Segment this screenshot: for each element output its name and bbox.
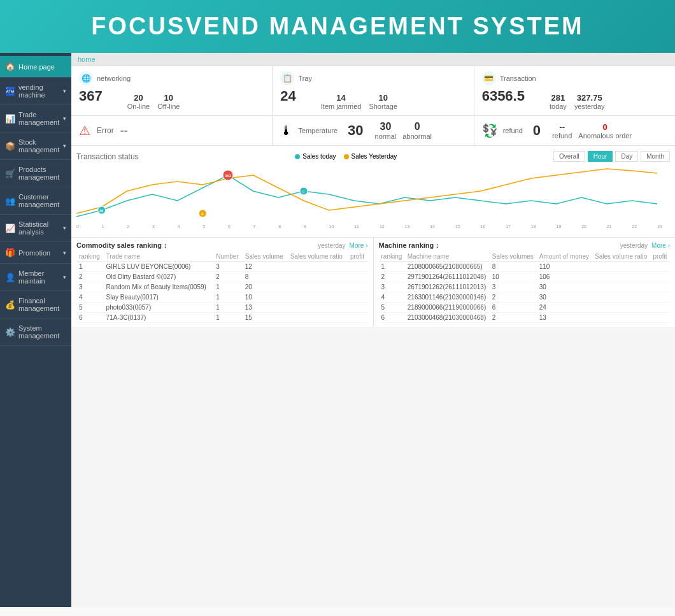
chevron-icon: ▾ xyxy=(63,250,66,256)
refund-sub2-val: 0 xyxy=(578,122,632,132)
svg-text:11: 11 xyxy=(354,224,359,229)
customer-icon: 👥 xyxy=(5,196,15,206)
temp-abnormal-value: 0 xyxy=(402,121,432,133)
col-number: Number xyxy=(213,252,242,262)
tab-day[interactable]: Day xyxy=(615,151,638,162)
sidebar-label-system: System management xyxy=(18,324,66,340)
tray-icon: 📋 xyxy=(280,71,294,85)
statistical-icon: 📈 xyxy=(5,224,15,233)
sidebar-label-member: Member maintain xyxy=(18,269,60,285)
shortage-value: 10 xyxy=(369,93,397,103)
table-row: 1GIRLS LUV BEYONCE(0006)312 xyxy=(76,262,368,272)
networking-numbers: 367 20 On-line 10 Off-line xyxy=(79,88,264,110)
networking-label: networking xyxy=(97,75,131,82)
machine-more[interactable]: More › xyxy=(651,242,670,249)
tray-main: 24 xyxy=(280,88,295,104)
sidebar-item-promotion[interactable]: 🎁 Promotion ▾ xyxy=(0,242,71,264)
sidebar-item-home[interactable]: 🏠 Home page xyxy=(0,56,71,78)
sidebar-item-system[interactable]: ⚙️ System management xyxy=(0,319,71,346)
temp-abnormal-label: abnormal xyxy=(402,133,432,140)
tab-hour[interactable]: Hour xyxy=(588,151,613,162)
sidebar-item-member[interactable]: 👤 Member maintain ▾ xyxy=(0,264,71,291)
networking-subs: 20 On-line 10 Off-line xyxy=(127,93,180,110)
commodity-yesterday: yesterday xyxy=(318,242,345,249)
today-value: 281 xyxy=(550,93,567,103)
col-profit: profit xyxy=(348,252,368,262)
transaction-numbers: 6356.5 281 today 327.75 yesterday xyxy=(482,88,667,110)
breadcrumb: home xyxy=(71,53,675,66)
refund-sub2-label: Anomalous order xyxy=(578,132,632,140)
stat-sub-offline: 10 Off-line xyxy=(157,93,180,110)
col-sales-volume: Sales volume xyxy=(243,252,288,262)
vending-icon: 🏧 xyxy=(5,87,15,96)
stock-icon: 📦 xyxy=(5,141,15,151)
col-ratio: Sales volume ratio xyxy=(592,252,650,262)
sidebar-label-products: Products management xyxy=(18,166,66,181)
today-label: today xyxy=(550,103,567,110)
table-row: 4Slay Beauty(0017)110 xyxy=(76,292,368,303)
refund-subs: -- refund 0 Anomalous order xyxy=(552,122,632,140)
sidebar-item-statistical[interactable]: 📈 Statistical analysis ▾ xyxy=(0,215,71,242)
table-row: 671A-3C(0137)115 xyxy=(76,313,368,323)
sidebar-item-financial[interactable]: 💰 Financal management xyxy=(0,291,71,319)
table-row: 12108000665(2108000665)8110 xyxy=(379,262,671,272)
member-icon: 👤 xyxy=(5,273,15,282)
stat-header-tray: 📋 Tray xyxy=(280,71,465,85)
chevron-icon: ▾ xyxy=(63,88,66,94)
sidebar-item-customer[interactable]: 👥 Customer management xyxy=(0,187,71,215)
chevron-icon: ▾ xyxy=(63,225,66,231)
chart-legend: Sales today Sales Yesterday xyxy=(295,153,397,160)
svg-text:16: 16 xyxy=(481,224,486,229)
tab-month[interactable]: Month xyxy=(641,151,670,162)
stat-header-transaction: 💳 Transaction xyxy=(482,71,667,85)
temp-main: 30 xyxy=(348,122,363,139)
table-row: 2Old Dirty Bastard ©(027)28 xyxy=(76,272,368,282)
sidebar-item-products[interactable]: 🛒 Products management xyxy=(0,160,71,187)
dashboard: home 🌐 networking 367 20 On-line xyxy=(71,53,675,607)
sidebar-item-vending[interactable]: 🏧 vending machine ▾ xyxy=(0,78,71,105)
app-header: FOCUSVEND MANAGEMENT SYSTEM xyxy=(0,0,675,53)
col-ranking: ranking xyxy=(379,252,405,262)
breadcrumb-home[interactable]: home xyxy=(78,55,96,63)
sidebar-label-vending: vending machine xyxy=(18,83,60,99)
table-row: 62103000468(21030000468)213 xyxy=(379,313,671,323)
stat-sub-today: 281 today xyxy=(550,93,567,110)
table-row: 42163001146(21030000146)230 xyxy=(379,292,671,303)
commodity-table-section: Commodity sales ranking ↕ yesterday More… xyxy=(71,238,374,327)
promotion-icon: 🎁 xyxy=(5,248,15,257)
tray-numbers: 24 14 Item jammed 10 Shortage xyxy=(280,88,465,110)
products-icon: 🛒 xyxy=(5,169,15,178)
online-label: On-line xyxy=(127,103,150,110)
online-value: 20 xyxy=(127,93,150,103)
col-ratio: Sales volume ratio xyxy=(288,252,348,262)
machine-table-section: Machine ranking ↕ yesterday More › ranki… xyxy=(374,238,676,327)
system-icon: ⚙️ xyxy=(5,327,15,337)
legend-dot-yesterday xyxy=(344,154,349,159)
svg-text:12: 12 xyxy=(380,224,385,229)
svg-text:18: 18 xyxy=(531,224,536,229)
sidebar-label-statistical: Statistical analysis xyxy=(18,220,60,236)
svg-text:15: 15 xyxy=(455,224,460,229)
main-wrapper: 🏠 Home page 🏧 vending machine ▾ 📊 Trade … xyxy=(0,53,675,607)
legend-dot-today xyxy=(295,154,300,159)
stat-tray: 📋 Tray 24 14 Item jammed 10 Shortage xyxy=(273,66,474,115)
sidebar-label-trade: Trade management xyxy=(18,111,60,126)
svg-text:0: 0 xyxy=(76,224,79,229)
chart-section: Transaction status Sales today Sales Yes… xyxy=(71,146,675,238)
svg-text:4: 4 xyxy=(178,224,180,229)
sidebar-label-promotion: Promotion xyxy=(18,249,50,257)
svg-text:36: 36 xyxy=(99,209,104,213)
table-row: 22971901264(26111012048)10106 xyxy=(379,272,671,282)
svg-text:20: 20 xyxy=(581,224,586,229)
chevron-icon: ▾ xyxy=(63,143,66,149)
sidebar-label-stock: Stock management xyxy=(18,138,60,154)
sidebar-item-trade[interactable]: 📊 Trade management ▾ xyxy=(0,105,71,133)
chart-header: Transaction status Sales today Sales Yes… xyxy=(76,151,670,162)
tab-overall[interactable]: Overall xyxy=(553,151,585,162)
sidebar-item-stock[interactable]: 📦 Stock management ▾ xyxy=(0,133,71,160)
machine-table: ranking Machine name Sales volumes Amoun… xyxy=(379,252,671,323)
stat-networking: 🌐 networking 367 20 On-line 10 Off-line xyxy=(71,66,273,115)
commodity-more[interactable]: More › xyxy=(350,242,368,249)
stats-row-1: 🌐 networking 367 20 On-line 10 Off-line xyxy=(71,66,675,116)
svg-text:7: 7 xyxy=(253,224,256,229)
